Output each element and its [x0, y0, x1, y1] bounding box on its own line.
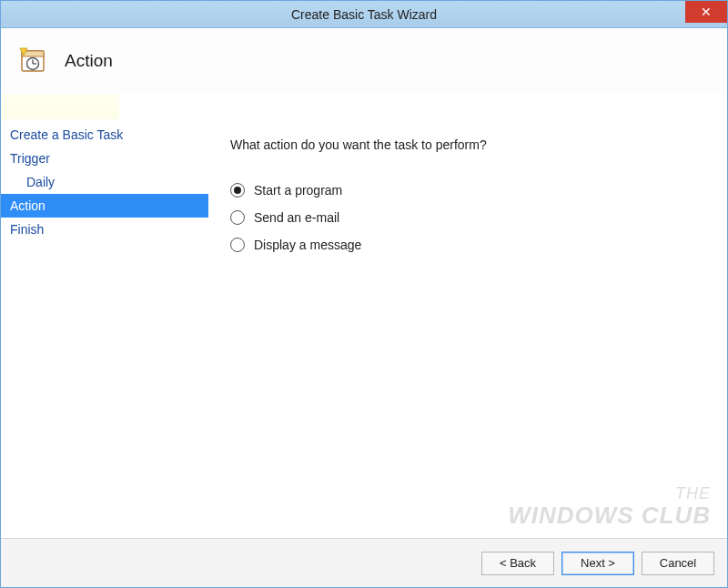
sidebar-step-label: Trigger [10, 151, 50, 166]
next-button[interactable]: Next > [561, 552, 634, 575]
action-option-label: Start a program [254, 183, 342, 198]
watermark-line1: THE [508, 485, 711, 503]
watermark: THE WINDOWS CLUB [508, 485, 711, 529]
sidebar-step-label: Action [10, 198, 46, 213]
sidebar-step-create-a-basic-task[interactable]: Create a Basic Task [1, 123, 208, 147]
radio-icon [230, 210, 245, 225]
task-scheduler-icon [19, 46, 48, 76]
sidebar-step-label: Create a Basic Task [10, 127, 123, 142]
sidebar-step-trigger[interactable]: Trigger [1, 147, 208, 170]
radio-icon [230, 238, 245, 252]
wizard-body: Create a Basic TaskTriggerDailyActionFin… [1, 119, 727, 538]
title-bar: Create Basic Task Wizard ✕ [1, 1, 727, 28]
decorative-banner [1, 94, 119, 119]
wizard-steps-sidebar: Create a Basic TaskTriggerDailyActionFin… [1, 119, 208, 538]
window-title: Create Basic Task Wizard [1, 7, 727, 22]
close-icon: ✕ [701, 5, 712, 18]
action-option-send-an-e-mail[interactable]: Send an e-mail [230, 210, 705, 225]
wizard-content: What action do you want the task to perf… [208, 119, 727, 538]
sidebar-step-label: Finish [10, 222, 44, 237]
sidebar-step-finish[interactable]: Finish [1, 218, 208, 241]
back-button[interactable]: < Back [481, 552, 554, 575]
wizard-header: Action [1, 28, 727, 94]
watermark-line2: WINDOWS CLUB [508, 502, 711, 529]
wizard-window: Create Basic Task Wizard ✕ Action Create… [0, 0, 728, 588]
sidebar-step-action[interactable]: Action [1, 194, 208, 218]
action-option-start-a-program[interactable]: Start a program [230, 183, 705, 198]
action-options: Start a programSend an e-mailDisplay a m… [230, 183, 705, 252]
wizard-footer: < Back Next > Cancel [1, 538, 727, 587]
action-option-label: Send an e-mail [254, 210, 339, 225]
page-title: Action [65, 51, 113, 71]
sidebar-step-label: Daily [26, 175, 55, 189]
radio-icon [230, 183, 245, 198]
close-button[interactable]: ✕ [685, 1, 727, 23]
action-option-display-a-message[interactable]: Display a message [230, 238, 705, 252]
sidebar-step-daily[interactable]: Daily [1, 170, 208, 194]
action-prompt: What action do you want the task to perf… [230, 137, 705, 152]
action-option-label: Display a message [254, 238, 361, 252]
cancel-button[interactable]: Cancel [642, 552, 714, 575]
